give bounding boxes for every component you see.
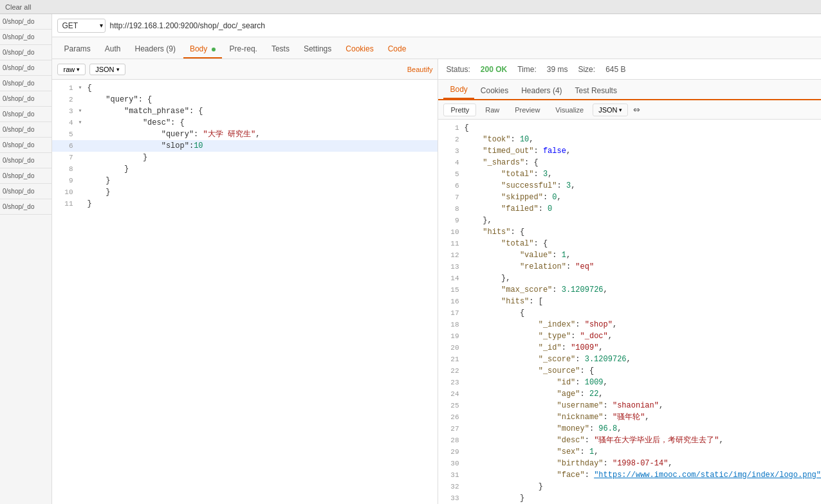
code-line: 1 ▾ {: [52, 82, 438, 94]
tab-settings[interactable]: Settings: [297, 40, 338, 59]
raw-button[interactable]: raw: [57, 64, 86, 75]
beautify-button[interactable]: Beautify: [407, 66, 433, 73]
sidebar-item[interactable]: 0/shop/_do: [0, 91, 51, 107]
tab-tests[interactable]: Tests: [265, 40, 296, 59]
wrap-button[interactable]: ⇔: [633, 105, 640, 114]
time-value: 39 ms: [547, 65, 568, 74]
code-line: 11 }: [52, 198, 438, 210]
method-wrapper: GET POST PUT DELETE: [57, 19, 106, 33]
tab-auth[interactable]: Auth: [98, 40, 127, 59]
tab-body[interactable]: Body: [183, 40, 222, 59]
code-editor[interactable]: 1 ▾ { 2 "query": { 3 ▾ "match_phrase": {: [52, 80, 438, 504]
sidebar-item[interactable]: 0/shop/_do: [0, 45, 51, 60]
code-line: 2 "query": {: [52, 94, 438, 105]
resp-tab-test-results[interactable]: Test Results: [569, 82, 623, 99]
editor-toolbar: raw JSON Beautify: [52, 59, 438, 80]
response-toolbar: Pretty Raw Preview Visualize JSON ⇔: [438, 100, 821, 120]
resp-tab-headers[interactable]: Headers (4): [515, 82, 568, 99]
body-dot: [212, 48, 216, 51]
response-body: 1{ 2 "took": 10, 3 "timed_out": false, 4…: [438, 120, 821, 504]
tab-prereq[interactable]: Pre-req.: [223, 40, 264, 59]
response-status-bar: Status: 200 OK Time: 39 ms Size: 645 B: [438, 59, 821, 80]
response-panel: Status: 200 OK Time: 39 ms Size: 645 B B…: [438, 59, 821, 504]
sidebar-item[interactable]: 0/shop/_do: [0, 168, 51, 184]
time-label: Time:: [517, 65, 537, 74]
sidebar-item[interactable]: 0/shop/_do: [0, 14, 51, 30]
sidebar-item[interactable]: 0/shop/_do: [0, 60, 51, 76]
size-label: Size:: [578, 65, 595, 74]
method-select[interactable]: GET POST PUT DELETE: [57, 19, 106, 33]
sidebar-item[interactable]: 0/shop/_do: [0, 122, 51, 138]
main-container: 0/shop/_do 0/shop/_do 0/shop/_do 0/shop/…: [0, 14, 821, 504]
json-format-button[interactable]: JSON: [593, 104, 627, 116]
sidebar-item[interactable]: 0/shop/_do: [0, 153, 51, 168]
sidebar-item[interactable]: 0/shop/_do: [0, 184, 51, 199]
preview-button[interactable]: Preview: [508, 104, 546, 116]
clear-all-button[interactable]: Clear all: [5, 3, 31, 11]
url-input[interactable]: [109, 21, 816, 30]
url-bar: GET POST PUT DELETE: [52, 14, 821, 37]
response-tabs: Body Cookies Headers (4) Test Results: [438, 80, 821, 100]
tab-code[interactable]: Code: [382, 40, 413, 59]
top-bar: Clear all: [0, 0, 821, 14]
sidebar-item[interactable]: 0/shop/_do: [0, 76, 51, 91]
sidebar-item[interactable]: 0/shop/_do: [0, 138, 51, 153]
code-line: 4 ▾ "desc": {: [52, 117, 438, 129]
sidebar-item[interactable]: 0/shop/_do: [0, 199, 51, 215]
request-tabs-row: Params Auth Headers (9) Body Pre-req. Te…: [52, 37, 821, 59]
resp-tab-cookies[interactable]: Cookies: [474, 82, 515, 99]
pretty-button[interactable]: Pretty: [443, 104, 476, 116]
code-line: 5 "query": "大学 研究生",: [52, 129, 438, 140]
code-line: 7 }: [52, 152, 438, 163]
tab-params[interactable]: Params: [57, 40, 97, 59]
visualize-button[interactable]: Visualize: [549, 104, 590, 116]
code-line-highlighted: 6 "slop":10: [52, 140, 438, 152]
tab-cookies[interactable]: Cookies: [339, 40, 380, 59]
resp-tab-body[interactable]: Body: [443, 81, 474, 99]
code-line: 3 ▾ "match_phrase": {: [52, 105, 438, 117]
code-line: 8 }: [52, 163, 438, 175]
editor-panel: raw JSON Beautify 1 ▾ { 2 "query": {: [52, 59, 438, 504]
sidebar: 0/shop/_do 0/shop/_do 0/shop/_do 0/shop/…: [0, 14, 52, 504]
status-value: 200 OK: [481, 65, 507, 74]
right-panel: GET POST PUT DELETE Params Auth Headers …: [52, 14, 821, 504]
sidebar-item[interactable]: 0/shop/_do: [0, 107, 51, 122]
tab-headers[interactable]: Headers (9): [129, 40, 182, 59]
sidebar-item[interactable]: 0/shop/_do: [0, 30, 51, 45]
code-line: 10 }: [52, 186, 438, 198]
status-label: Status:: [446, 65, 470, 74]
json-button[interactable]: JSON: [89, 64, 125, 75]
code-line: 9 }: [52, 175, 438, 186]
size-value: 645 B: [605, 65, 625, 74]
raw-button[interactable]: Raw: [479, 104, 506, 116]
content-area: raw JSON Beautify 1 ▾ { 2 "query": {: [52, 59, 821, 504]
